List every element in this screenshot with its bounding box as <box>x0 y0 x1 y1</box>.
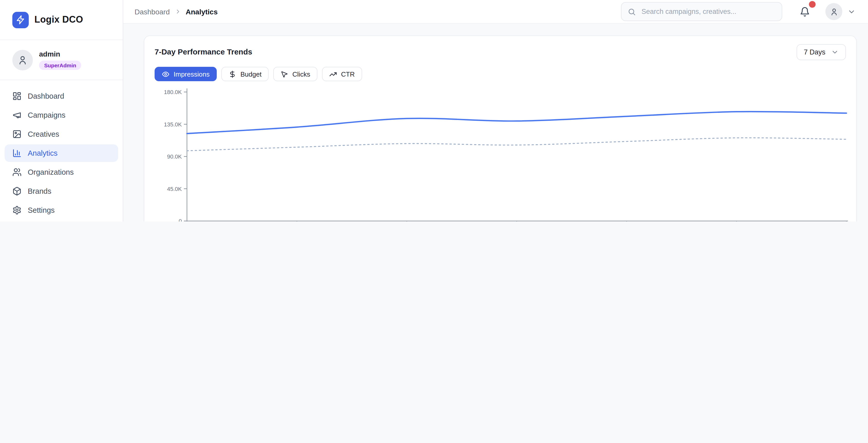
megaphone-icon <box>12 111 22 120</box>
sidebar-item-label: Settings <box>28 206 55 214</box>
sidebar-item-label: Brands <box>28 187 51 195</box>
gear-icon <box>12 206 22 215</box>
metric-toggle-budget[interactable]: Budget <box>221 67 269 81</box>
svg-text:0: 0 <box>179 218 182 222</box>
layout-dashboard-icon <box>12 91 22 101</box>
sidebar-item-dashboard[interactable]: Dashboard <box>5 87 118 105</box>
metric-toggle-impressions[interactable]: Impressions <box>155 67 217 81</box>
role-badge: SuperAdmin <box>39 61 82 70</box>
svg-text:45.0K: 45.0K <box>167 186 182 192</box>
brand-logo[interactable]: Logix DCO <box>0 0 123 40</box>
performance-trends-card: 7-Day Performance Trends 7 Days Impressi… <box>144 35 857 222</box>
metric-toggle-group: Impressions Budget Clicks CTR <box>155 67 846 81</box>
chart-title: 7-Day Performance Trends <box>155 44 252 56</box>
bell-icon <box>800 6 810 17</box>
sidebar-item-label: Organizations <box>28 168 74 176</box>
zap-icon <box>12 11 29 28</box>
user-avatar-icon <box>12 50 33 70</box>
date-range-select[interactable]: 7 Days <box>797 44 846 60</box>
user-menu-avatar-icon <box>825 3 842 20</box>
svg-text:135.0K: 135.0K <box>164 121 182 128</box>
metric-toggle-label: Budget <box>240 70 261 78</box>
chevron-down-icon <box>831 48 839 56</box>
metric-toggle-ctr[interactable]: CTR <box>322 67 362 81</box>
metric-toggle-label: Impressions <box>174 70 210 78</box>
bar-chart-icon <box>12 149 22 158</box>
brand-name: Logix DCO <box>34 14 83 25</box>
sidebar-item-label: Dashboard <box>28 92 64 100</box>
search-icon <box>628 7 636 16</box>
sidebar-user: admin SuperAdmin <box>0 40 123 80</box>
notifications-button[interactable] <box>800 6 810 17</box>
metric-toggle-label: CTR <box>341 70 355 78</box>
sidebar-item-analytics[interactable]: Analytics <box>5 144 118 162</box>
svg-text:90.0K: 90.0K <box>167 153 182 160</box>
chevron-right-icon <box>174 8 181 15</box>
metric-toggle-label: Clicks <box>292 70 310 78</box>
image-icon <box>12 129 22 139</box>
breadcrumb: Dashboard Analytics <box>134 7 218 16</box>
sidebar-item-label: Analytics <box>28 149 58 157</box>
sidebar-item-label: Creatives <box>28 130 59 138</box>
dollar-sign-icon <box>228 70 236 78</box>
user-name: admin <box>39 50 82 58</box>
breadcrumb-dashboard[interactable]: Dashboard <box>134 7 170 16</box>
sidebar-item-settings[interactable]: Settings <box>5 202 118 219</box>
sidebar-item-label: Campaigns <box>28 111 65 119</box>
sidebar-item-brands[interactable]: Brands <box>5 182 118 200</box>
chevron-down-icon <box>847 7 856 16</box>
top-bar: Dashboard Analytics <box>123 0 868 24</box>
mouse-pointer-icon <box>281 70 288 78</box>
date-range-value: 7 Days <box>804 48 825 56</box>
topbar-actions <box>621 2 856 21</box>
svg-text:180.0K: 180.0K <box>164 89 182 95</box>
search-box[interactable] <box>621 2 782 21</box>
page-content: 7-Day Performance Trends 7 Days Impressi… <box>123 24 868 222</box>
trend-line-chart: 180.0K135.0K90.0K45.0K0Sep 11Sep 12Sep 1… <box>155 83 848 222</box>
breadcrumb-current: Analytics <box>186 7 218 16</box>
notification-dot <box>809 1 816 7</box>
main-area: Dashboard Analytics <box>123 0 868 222</box>
eye-icon <box>162 70 169 78</box>
sidebar-item-campaigns[interactable]: Campaigns <box>5 107 118 124</box>
sidebar: Logix DCO admin SuperAdmin Dashboard Cam… <box>0 0 123 222</box>
app-root: Logix DCO admin SuperAdmin Dashboard Cam… <box>0 0 868 222</box>
users-icon <box>12 168 22 177</box>
trending-up-icon <box>329 70 337 78</box>
search-input[interactable] <box>641 7 776 16</box>
package-icon <box>12 186 22 196</box>
sidebar-item-organizations[interactable]: Organizations <box>5 164 118 181</box>
sidebar-nav: Dashboard Campaigns Creatives Analytics … <box>0 80 123 222</box>
metric-toggle-clicks[interactable]: Clicks <box>274 67 317 81</box>
sidebar-item-creatives[interactable]: Creatives <box>5 125 118 143</box>
user-menu-button[interactable] <box>825 3 856 20</box>
